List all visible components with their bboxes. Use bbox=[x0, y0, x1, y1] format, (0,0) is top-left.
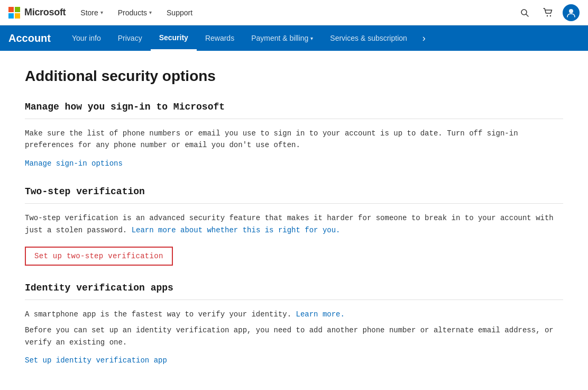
identity-apps-text1: A smartphone app is the fastest way to v… bbox=[25, 310, 291, 319]
nav-services-subscription[interactable]: Services & subscription bbox=[321, 25, 416, 51]
top-nav-items: Store ▾ Products ▾ Support bbox=[74, 5, 516, 20]
identity-apps-section-title: Identity verification apps bbox=[25, 283, 563, 300]
nav-privacy[interactable]: Privacy bbox=[109, 25, 151, 51]
account-nav-items: Your info Privacy Security Rewards Payme… bbox=[63, 25, 580, 51]
two-step-learn-more-link[interactable]: Learn more about whether this is right f… bbox=[132, 226, 341, 234]
identity-learn-more-link[interactable]: Learn more. bbox=[296, 310, 345, 319]
nav-your-info[interactable]: Your info bbox=[63, 25, 109, 51]
svg-point-2 bbox=[547, 15, 548, 16]
cart-icon bbox=[543, 8, 553, 17]
nav-more-icon: › bbox=[422, 33, 426, 44]
account-navigation: Account Your info Privacy Security Rewar… bbox=[0, 25, 588, 51]
store-chevron-icon: ▾ bbox=[100, 10, 103, 15]
nav-rewards[interactable]: Rewards bbox=[197, 25, 243, 51]
svg-line-1 bbox=[526, 14, 528, 16]
sign-in-section-title: Manage how you sign-in to Microsoft bbox=[25, 102, 563, 119]
two-step-description: Two-step verification is an advanced sec… bbox=[25, 212, 563, 236]
support-label: Support bbox=[167, 8, 192, 17]
payment-billing-chevron-icon: ▾ bbox=[310, 35, 313, 41]
two-step-section: Two-step verification Two-step verificat… bbox=[25, 186, 563, 266]
identity-apps-section: Identity verification apps A smartphone … bbox=[25, 283, 563, 367]
search-button[interactable] bbox=[516, 4, 533, 21]
ms-logo-text: Microsoft bbox=[24, 7, 66, 18]
two-step-section-body: Two-step verification is an advanced sec… bbox=[25, 212, 563, 266]
ms-logo-grid bbox=[8, 7, 20, 19]
setup-identity-app-link[interactable]: Set up identity verification app bbox=[25, 355, 563, 366]
sign-in-section: Manage how you sign-in to Microsoft Make… bbox=[25, 102, 563, 169]
nav-item-store[interactable]: Store ▾ bbox=[74, 5, 109, 20]
nav-security[interactable]: Security bbox=[151, 25, 197, 51]
nav-more-button[interactable]: › bbox=[416, 30, 433, 47]
account-title: Account bbox=[8, 32, 51, 44]
setup-two-step-button[interactable]: Set up two-step verification bbox=[25, 247, 173, 266]
products-label: Products bbox=[118, 8, 147, 17]
main-content: Additional security options Manage how y… bbox=[16, 51, 572, 390]
svg-point-4 bbox=[569, 9, 573, 13]
nav-item-products[interactable]: Products ▾ bbox=[112, 5, 158, 20]
user-avatar-button[interactable] bbox=[563, 4, 580, 21]
page-title: Additional security options bbox=[25, 68, 563, 85]
cart-button[interactable] bbox=[539, 4, 556, 21]
products-chevron-icon: ▾ bbox=[149, 10, 152, 15]
svg-point-3 bbox=[550, 15, 551, 16]
top-nav-right bbox=[516, 4, 580, 21]
store-label: Store bbox=[80, 8, 98, 17]
sign-in-description: Make sure the list of phone numbers or e… bbox=[25, 128, 563, 151]
manage-sign-in-link[interactable]: Manage sign-in options bbox=[25, 158, 563, 169]
top-navigation: Microsoft Store ▾ Products ▾ Support bbox=[0, 0, 588, 25]
identity-apps-description1: A smartphone app is the fastest way to v… bbox=[25, 309, 563, 320]
sign-in-section-body: Make sure the list of phone numbers or e… bbox=[25, 128, 563, 169]
user-icon bbox=[566, 8, 576, 17]
identity-apps-description2: Before you can set up an identity verifi… bbox=[25, 324, 563, 348]
nav-payment-billing[interactable]: Payment & billing ▾ bbox=[243, 25, 321, 51]
nav-item-support[interactable]: Support bbox=[160, 5, 199, 20]
two-step-section-title: Two-step verification bbox=[25, 186, 563, 204]
identity-apps-section-body: A smartphone app is the fastest way to v… bbox=[25, 309, 563, 367]
microsoft-logo[interactable]: Microsoft bbox=[8, 7, 66, 19]
search-icon bbox=[520, 8, 529, 17]
